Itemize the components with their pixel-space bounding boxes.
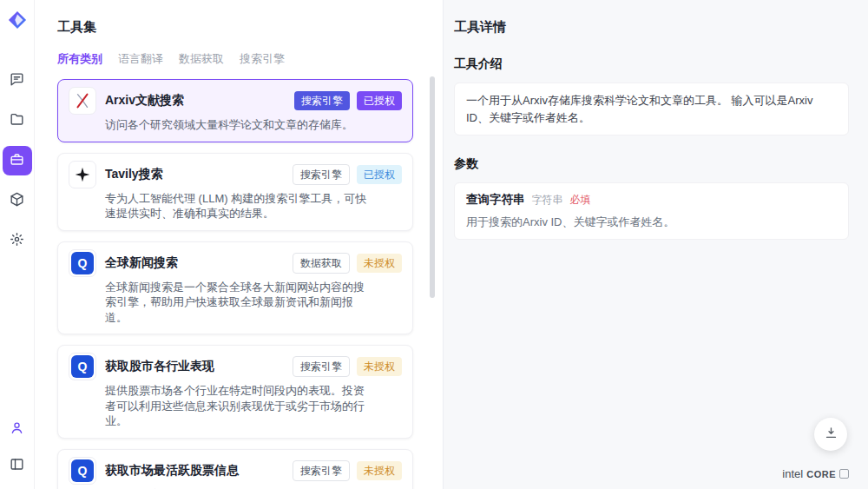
nav-collapse[interactable] bbox=[3, 451, 32, 480]
intel-core-logo: intel CORE bbox=[782, 467, 849, 480]
category-badge: 搜索引擎 bbox=[293, 460, 350, 481]
nav-tools[interactable] bbox=[3, 146, 32, 175]
folder-icon bbox=[9, 111, 25, 130]
tool-card[interactable]: Tavily搜索 搜索引擎 已授权 专为人工智能代理 (LLM) 构建的搜索引擎… bbox=[57, 153, 413, 231]
core-wordmark: CORE bbox=[806, 469, 836, 479]
category-badge: 搜索引擎 bbox=[293, 164, 350, 185]
intel-wordmark: intel bbox=[782, 467, 803, 480]
tool-badges: 搜索引擎 未授权 bbox=[293, 460, 402, 481]
intro-heading: 工具介绍 bbox=[454, 56, 849, 72]
tool-badges: 搜索引擎 已授权 bbox=[293, 164, 402, 185]
download-icon bbox=[824, 426, 838, 443]
tab-all-categories[interactable]: 所有类别 bbox=[57, 51, 102, 67]
tool-title: 获取股市各行业表现 bbox=[105, 359, 214, 374]
tool-title: 全球新闻搜索 bbox=[105, 255, 178, 271]
tool-description: 专为人工智能代理 (LLM) 构建的搜索引擎工具，可快速提供实时、准确和真实的结… bbox=[105, 191, 367, 221]
arxiv-logo bbox=[69, 87, 96, 115]
tab-translation[interactable]: 语言翻译 bbox=[118, 51, 163, 67]
page-title: 工具集 bbox=[57, 19, 413, 36]
category-badge: 数据获取 bbox=[293, 253, 350, 274]
market-logo: Q bbox=[69, 249, 96, 277]
market-logo: Q bbox=[69, 457, 96, 485]
tool-description: 提供股票市场各个行业在特定时间段内的表现。投资者可以利用这些信息来识别表现优于或… bbox=[105, 383, 367, 429]
intro-card: 一个用于从Arxiv存储库搜索科学论文和文章的工具。 输入可以是Arxiv ID… bbox=[454, 83, 849, 135]
tool-card-list: Arxiv文献搜索 搜索引擎 已授权 访问各个研究领域大量科学论文和文章的存储库… bbox=[57, 79, 413, 489]
auth-badge: 已授权 bbox=[357, 165, 402, 184]
category-badge: 搜索引擎 bbox=[294, 91, 350, 110]
intro-text: 一个用于从Arxiv存储库搜索科学论文和文章的工具。 输入可以是Arxiv ID… bbox=[466, 92, 837, 126]
tool-card-header: Tavily搜索 搜索引擎 已授权 bbox=[69, 161, 402, 188]
tool-card-header: Q 全球新闻搜索 数据获取 未授权 bbox=[69, 249, 402, 277]
param-card: 查询字符串 字符串 必填 用于搜索的Arxiv ID、关键字或作者姓名。 bbox=[454, 182, 849, 240]
panel-icon bbox=[9, 456, 25, 475]
scrollbar-track[interactable] bbox=[430, 76, 435, 484]
tool-badges: 搜索引擎 未授权 bbox=[293, 356, 402, 377]
auth-badge: 已授权 bbox=[357, 91, 402, 110]
tool-card[interactable]: Q 获取股市各行业表现 搜索引擎 未授权 提供股票市场各个行业在特定时间段内的表… bbox=[57, 345, 413, 439]
tool-title: Arxiv文献搜索 bbox=[105, 93, 184, 109]
auth-badge: 未授权 bbox=[357, 357, 402, 376]
tool-title: Tavily搜索 bbox=[105, 167, 163, 182]
tool-card[interactable]: Arxiv文献搜索 搜索引擎 已授权 访问各个研究领域大量科学论文和文章的存储库… bbox=[57, 79, 413, 142]
core-tier-box bbox=[839, 469, 849, 479]
app-logo[interactable] bbox=[8, 10, 27, 30]
market-logo: Q bbox=[69, 353, 96, 380]
category-tabs: 所有类别语言翻译数据获取搜索引擎 bbox=[57, 51, 413, 67]
tool-card-header: Q 获取市场最活跃股票信息 搜索引擎 未授权 bbox=[69, 457, 402, 485]
param-head: 查询字符串 字符串 必填 bbox=[466, 192, 837, 208]
nav-plugins[interactable] bbox=[3, 186, 32, 215]
nav-files[interactable] bbox=[3, 106, 32, 135]
param-name: 查询字符串 bbox=[466, 192, 525, 208]
chat-icon bbox=[9, 71, 25, 90]
tool-card[interactable]: Q 获取市场最活跃股票信息 搜索引擎 未授权 提供当天交易量最高的股票列表，投资… bbox=[57, 449, 413, 489]
tool-card[interactable]: Q 全球新闻搜索 数据获取 未授权 全球新闻搜索是一个聚合全球各大新闻网站内容的… bbox=[57, 241, 413, 335]
tool-badges: 搜索引擎 已授权 bbox=[294, 91, 402, 110]
app-root: 工具集 所有类别语言翻译数据获取搜索引擎 Arxiv文献搜索 搜索引擎 已授权 … bbox=[0, 0, 868, 489]
cube-icon bbox=[9, 191, 25, 210]
tool-badges: 数据获取 未授权 bbox=[293, 253, 402, 274]
auth-badge: 未授权 bbox=[357, 461, 402, 480]
auth-badge: 未授权 bbox=[357, 254, 402, 273]
nav-user[interactable] bbox=[3, 414, 32, 444]
tool-list-pane: 工具集 所有类别语言翻译数据获取搜索引擎 Arxiv文献搜索 搜索引擎 已授权 … bbox=[35, 0, 443, 489]
tool-description: 访问各个研究领域大量科学论文和文章的存储库。 bbox=[105, 117, 367, 133]
param-type: 字符串 bbox=[532, 193, 563, 208]
param-description: 用于搜索的Arxiv ID、关键字或作者姓名。 bbox=[466, 215, 837, 230]
nav-settings[interactable] bbox=[3, 226, 32, 255]
tool-card-header: Arxiv文献搜索 搜索引擎 已授权 bbox=[69, 87, 402, 115]
params-heading: 参数 bbox=[454, 156, 849, 172]
nav-rail bbox=[0, 0, 35, 489]
nav-chat[interactable] bbox=[3, 66, 32, 96]
tab-search-engine[interactable]: 搜索引擎 bbox=[240, 51, 285, 67]
briefcase-icon bbox=[9, 151, 25, 170]
nav-items bbox=[3, 66, 32, 255]
tool-description: 全球新闻搜索是一个聚合全球各大新闻网站内容的搜索引擎，帮助用户快速获取全球最新资… bbox=[105, 280, 367, 326]
tool-card-header: Q 获取股市各行业表现 搜索引擎 未授权 bbox=[69, 353, 402, 380]
tavily-logo bbox=[69, 161, 96, 188]
download-button[interactable] bbox=[814, 418, 847, 451]
scrollbar-thumb[interactable] bbox=[430, 76, 435, 298]
gear-icon bbox=[9, 231, 25, 250]
tool-title: 获取市场最活跃股票信息 bbox=[105, 463, 239, 479]
tool-detail-pane: 工具详情 工具介绍 一个用于从Arxiv存储库搜索科学论文和文章的工具。 输入可… bbox=[443, 0, 868, 489]
tab-data-fetch[interactable]: 数据获取 bbox=[179, 51, 224, 67]
user-icon bbox=[9, 420, 25, 439]
detail-title: 工具详情 bbox=[454, 19, 849, 36]
category-badge: 搜索引擎 bbox=[293, 356, 350, 377]
param-required-flag: 必填 bbox=[570, 193, 591, 208]
nav-bottom bbox=[3, 414, 32, 480]
